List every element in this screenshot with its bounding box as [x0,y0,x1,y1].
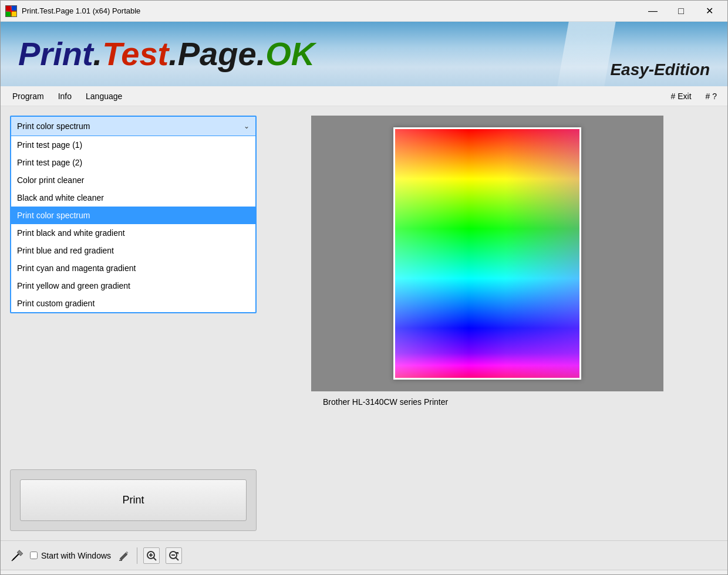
menu-bar-right: # Exit # ? [665,89,723,103]
edit-icon[interactable] [117,549,131,563]
svg-rect-2 [6,11,11,16]
left-panel: Print color spectrum ⌄ Print test page (… [10,116,257,531]
color-spectrum [395,129,579,378]
app-icon [5,5,17,17]
minimize-button[interactable]: — [639,4,666,18]
chevron-down-icon: ⌄ [244,122,250,130]
title-bar-left: Print.Test.Page 1.01 (x64) Portable [5,5,140,17]
dropdown-option-4[interactable]: Print color spectrum [11,207,255,224]
print-button[interactable]: Print [20,479,247,521]
preview-area [311,116,663,391]
banner-ok: OK [265,35,315,72]
printer-name: Brother HL-3140CW series Printer [311,397,663,407]
menu-bar: Program Info Language # Exit # ? [1,86,727,106]
svg-line-9 [154,557,157,560]
print-button-container: Print [10,469,257,531]
dropdown-selected-label: Print color spectrum [17,121,90,131]
status-bar: Freeware (c) Nenad Hrg 2020 # http://www… [1,570,727,575]
menu-program[interactable]: Program [5,89,51,103]
svg-rect-1 [12,6,16,11]
main-content: Print color spectrum ⌄ Print test page (… [1,106,727,540]
menu-bar-left: Program Info Language [5,89,129,103]
title-bar: Print.Test.Page 1.01 (x64) Portable — □ … [1,1,727,22]
menu-help[interactable]: # ? [700,89,723,103]
preview-paper [393,127,581,380]
dropdown-option-9[interactable]: Print custom gradient [11,295,255,312]
dropdown-option-3[interactable]: Black and white cleaner [11,189,255,207]
dropdown-header[interactable]: Print color spectrum ⌄ [11,117,255,136]
start-with-windows-input[interactable] [30,552,38,559]
dropdown-option-0[interactable]: Print test page (1) [11,136,255,154]
zoom-out-icon[interactable] [166,547,182,564]
svg-rect-0 [6,6,11,11]
dropdown-option-5[interactable]: Print black and white gradient [11,224,255,242]
header-banner: Print.Test.Page.OK Easy-Edition [1,22,727,86]
zoom-in-icon[interactable] [143,547,160,564]
menu-info[interactable]: Info [51,89,79,103]
banner-subtitle: Easy-Edition [610,60,710,79]
banner-print: Print [18,35,93,72]
svg-rect-3 [12,11,16,16]
dropdown-option-8[interactable]: Print yellow and green gradient [11,277,255,295]
pin-icon[interactable] [10,549,24,563]
maximize-button[interactable]: □ [668,4,695,18]
menu-language[interactable]: Language [79,89,129,103]
banner-title: Print.Test.Page.OK [18,38,315,70]
bottom-toolbar: Start with Windows [1,540,727,570]
window-title: Print.Test.Page 1.01 (x64) Portable [22,6,140,15]
menu-exit[interactable]: # Exit [665,89,697,103]
dropdown-option-1[interactable]: Print test page (2) [11,154,255,171]
dropdown-list: Print test page (1) Print test page (2) … [11,136,255,312]
dropdown-option-2[interactable]: Color print cleaner [11,171,255,189]
dropdown-option-6[interactable]: Print blue and red gradient [11,242,255,259]
svg-line-13 [176,557,179,560]
close-button[interactable]: ✕ [696,4,723,18]
banner-test: Test [102,35,168,72]
banner-page: Page [178,35,257,72]
dropdown-option-7[interactable]: Print cyan and magenta gradient [11,259,255,277]
toolbar-separator [137,547,137,564]
dropdown-container[interactable]: Print color spectrum ⌄ Print test page (… [10,116,257,313]
start-with-windows-checkbox[interactable]: Start with Windows [30,551,111,560]
title-bar-controls: — □ ✕ [639,4,723,18]
right-panel: Brother HL-3140CW series Printer [257,116,718,531]
start-with-windows-label: Start with Windows [41,551,111,560]
